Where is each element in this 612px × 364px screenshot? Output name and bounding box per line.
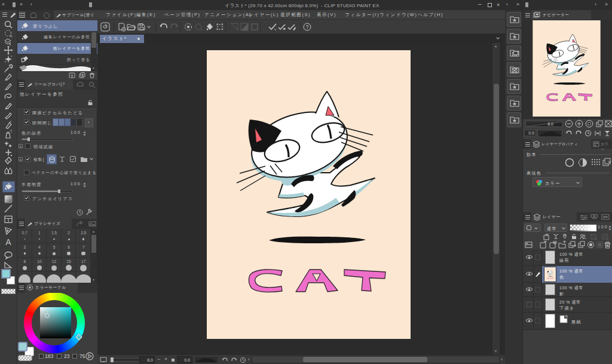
svg-text:A: A xyxy=(5,237,11,247)
svg-text:?: ? xyxy=(305,24,308,30)
